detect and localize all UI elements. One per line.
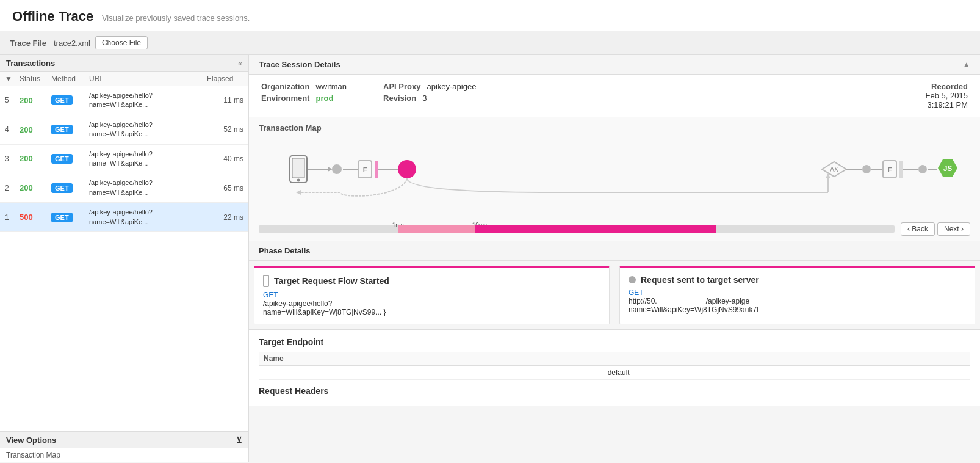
- svg-point-24: [918, 165, 927, 173]
- tx-num: 4: [5, 125, 20, 134]
- transactions-header: Transactions «: [0, 55, 248, 72]
- phase-card-1-url: /apikey-apigee/hello?: [263, 299, 600, 308]
- transactions-collapse-button[interactable]: «: [238, 59, 242, 68]
- col-method: Method: [51, 75, 89, 83]
- tx-elapsed: 52 ms: [207, 125, 243, 134]
- back-button[interactable]: ‹ Back: [901, 222, 935, 236]
- timeline-bar: 1ms ⌐ ⌐10ms: [259, 223, 895, 235]
- next-button[interactable]: Next ›: [937, 222, 970, 236]
- table-row[interactable]: 5 200 GET /apikey-apigee/hello? name=Wil…: [0, 86, 248, 115]
- trace-file-label: Trace File: [10, 38, 46, 48]
- tx-status: 500: [20, 213, 51, 222]
- tx-num: 1: [5, 213, 20, 222]
- phase-card-1-title: Target Request Flow Started: [274, 276, 389, 286]
- proxy-revision-field: API Proxy apikey-apigee Revision 3: [383, 82, 476, 103]
- target-endpoint-title: Target Endpoint: [259, 337, 970, 347]
- tx-status: 200: [20, 96, 51, 105]
- tx-table-header: ▼ Status Method URI Elapsed: [0, 72, 248, 86]
- request-headers-title: Request Headers: [259, 386, 970, 396]
- phase-details-section: Phase Details Target Request Flow Starte…: [249, 241, 980, 330]
- view-options-collapse-icon[interactable]: ⊻: [236, 436, 242, 445]
- tx-method: GET: [51, 96, 89, 104]
- page-title: Offline Trace: [12, 9, 93, 24]
- phase-icon-1: [263, 275, 269, 287]
- tx-uri: /apikey-apigee/hello? name=Will&apiKe...: [89, 91, 207, 110]
- phase-cards: Target Request Flow Started GET /apikey-…: [249, 261, 980, 329]
- revision-label: Revision: [383, 93, 416, 103]
- tx-method: GET: [51, 125, 89, 134]
- endpoint-name-value: default: [603, 366, 970, 380]
- svg-text:F: F: [888, 166, 892, 173]
- session-details-collapse-button[interactable]: ▲: [962, 60, 970, 69]
- table-row[interactable]: 2 200 GET /apikey-apigee/hello? name=Wil…: [0, 173, 248, 203]
- recorded-label: Recorded: [931, 82, 968, 91]
- col-name-header: Name: [259, 352, 603, 366]
- phase-card-2: Request sent to target server GET http:/…: [619, 266, 975, 324]
- transactions-title: Transactions: [6, 59, 55, 68]
- table-row: default: [259, 366, 970, 380]
- timeline-segment-magenta: [475, 225, 716, 233]
- org-value: wwitman: [315, 82, 347, 91]
- trace-session-title: Trace Session Details: [259, 60, 340, 69]
- col-status: Status: [20, 75, 51, 83]
- phase-card-2-get: GET: [629, 288, 966, 297]
- tx-num: 5: [5, 96, 20, 104]
- svg-text:JS: JS: [943, 164, 953, 173]
- timeline-area: 1ms ⌐ ⌐10ms ‹ Back Next ›: [249, 217, 980, 241]
- svg-text:F: F: [363, 166, 367, 173]
- phase-dot-2: [629, 276, 636, 283]
- tx-elapsed: 11 ms: [207, 96, 243, 104]
- tx-status: 200: [20, 125, 51, 134]
- org-env-field: Organization wwitman Environment prod: [261, 82, 347, 103]
- choose-file-button[interactable]: Choose File: [95, 36, 148, 49]
- tx-map-title: Transaction Map: [259, 123, 970, 133]
- tx-status: 200: [20, 154, 51, 163]
- phase-card-1-get: GET: [263, 291, 600, 299]
- svg-marker-28: [296, 190, 301, 195]
- transactions-list: 5 200 GET /apikey-apigee/hello? name=Wil…: [0, 86, 248, 431]
- svg-rect-1: [292, 158, 304, 178]
- tx-method: GET: [51, 155, 89, 163]
- col-uri: URI: [89, 75, 207, 83]
- flow-svg: F AX: [259, 137, 970, 211]
- svg-point-11: [398, 160, 416, 178]
- svg-marker-4: [328, 167, 333, 172]
- table-row[interactable]: 4 200 GET /apikey-apigee/hello? name=Wil…: [0, 115, 248, 145]
- tx-status: 200: [20, 183, 51, 192]
- page-subtitle: Visualize previously saved trace session…: [102, 13, 250, 23]
- api-proxy-label: API Proxy: [383, 82, 420, 91]
- tx-method: GET: [51, 213, 89, 222]
- phase-card-1-url2: name=Will&apiKey=Wj8TGjNvS99... }: [263, 308, 600, 316]
- tx-elapsed: 65 ms: [207, 184, 243, 192]
- phase-card-1: Target Request Flow Started GET /apikey-…: [254, 266, 610, 324]
- tx-map-label: Transaction Map: [0, 448, 248, 462]
- phase-card-2-url: http://50.____________/apikey-apige: [629, 297, 966, 305]
- table-row[interactable]: 3 200 GET /apikey-apigee/hello? name=Wil…: [0, 145, 248, 174]
- tx-num: 3: [5, 155, 20, 163]
- endpoint-section: Target Endpoint Name default Request Hea…: [249, 330, 980, 406]
- phase-card-1-header: Target Request Flow Started: [263, 275, 600, 287]
- svg-rect-22: [899, 161, 903, 178]
- env-value: prod: [315, 93, 333, 103]
- timeline-segment-pink: [398, 225, 475, 233]
- tx-method: GET: [51, 184, 89, 192]
- endpoint-table: Name default: [259, 352, 970, 380]
- endpoint-name-label: [259, 366, 603, 380]
- trace-file-bar: Trace File trace2.xml Choose File: [0, 31, 980, 55]
- phase-card-2-title: Request sent to target server: [641, 275, 759, 285]
- tx-uri: /apikey-apigee/hello? name=Will&apiKe...: [89, 120, 207, 139]
- sort-arrow[interactable]: ▼: [5, 75, 20, 83]
- table-row[interactable]: 1 500 GET /apikey-apigee/hello? name=Wil…: [0, 203, 248, 232]
- right-panel: Trace Session Details ▲ Organization wwi…: [249, 55, 980, 462]
- tx-uri: /apikey-apigee/hello? name=Will&apiKe...: [89, 150, 207, 169]
- session-details: Organization wwitman Environment prod AP…: [249, 75, 980, 117]
- view-options-bar: View Options ⊻: [0, 431, 248, 448]
- col-elapsed: Elapsed: [207, 75, 243, 83]
- timeline-nav-buttons: ‹ Back Next ›: [901, 222, 970, 236]
- tx-num: 2: [5, 184, 20, 192]
- svg-text:AX: AX: [830, 166, 838, 173]
- main-layout: Transactions « ▼ Status Method URI Elaps…: [0, 55, 980, 462]
- env-label: Environment: [261, 93, 309, 103]
- tx-elapsed: 40 ms: [207, 155, 243, 163]
- flow-diagram: F AX: [259, 137, 970, 211]
